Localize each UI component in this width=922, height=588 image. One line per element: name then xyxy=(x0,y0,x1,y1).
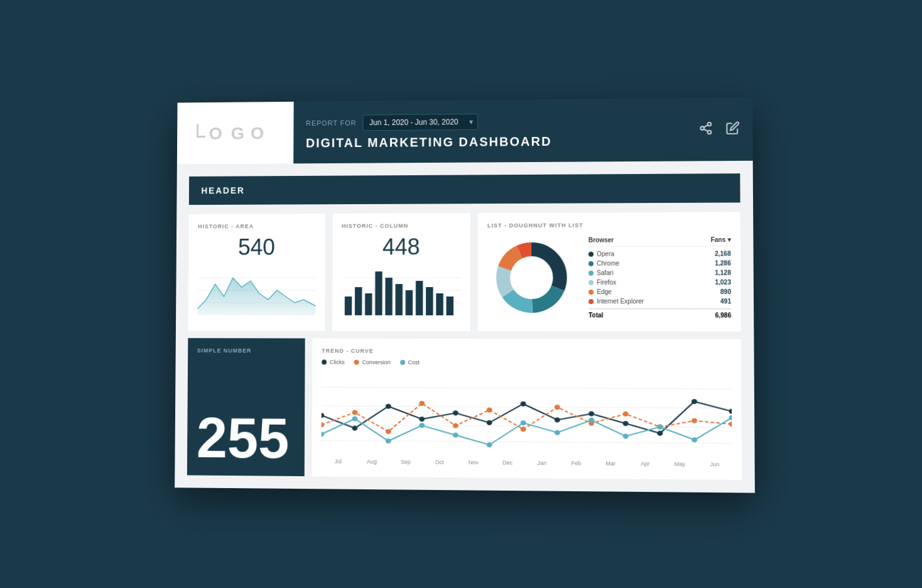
doughnut-label: LIST - DOUGHNUT WITH LIST xyxy=(487,221,730,228)
logo-svg: O G O xyxy=(195,120,275,145)
browser-value: 2,168 xyxy=(715,250,731,257)
svg-rect-0 xyxy=(197,124,198,138)
total-value: 6,986 xyxy=(715,312,732,318)
browser-dot xyxy=(588,261,594,266)
svg-point-65 xyxy=(352,416,358,421)
legend-label: Clicks xyxy=(330,359,345,365)
svg-text:G: G xyxy=(231,123,244,143)
svg-point-71 xyxy=(555,430,560,435)
trend-x-label: Nov xyxy=(457,459,491,466)
trend-x-label: Jan xyxy=(524,459,559,466)
trend-x-label: Sep xyxy=(389,459,423,465)
browser-name: Chrome xyxy=(588,259,665,266)
legend-label: Cost xyxy=(408,359,420,365)
trend-x-label: Mar xyxy=(594,460,628,467)
browser-row: Internet Explorer 491 xyxy=(588,297,731,306)
browser-dot xyxy=(588,280,594,285)
browser-value: 890 xyxy=(720,288,731,295)
browser-name: Edge xyxy=(588,288,665,295)
svg-rect-18 xyxy=(365,293,372,315)
svg-point-60 xyxy=(623,411,629,416)
svg-point-46 xyxy=(588,411,594,416)
browser-table: Browser Fans ▾ Opera 2,168 xyxy=(588,236,731,318)
doughnut-box: LIST - DOUGHNUT WITH LIST xyxy=(478,212,741,331)
svg-line-37 xyxy=(322,440,732,443)
svg-point-75 xyxy=(692,437,697,442)
logo-box: O G O xyxy=(177,101,294,164)
svg-point-72 xyxy=(588,417,594,422)
date-selector-wrap[interactable]: Jun 1, 2020 - Jun 30, 2020 ▾ xyxy=(362,113,477,130)
svg-point-56 xyxy=(487,407,492,412)
svg-line-34 xyxy=(322,387,732,389)
browser-dot xyxy=(588,289,594,294)
trend-x-label: Aug xyxy=(355,458,389,464)
browser-name: Opera xyxy=(588,250,665,257)
browser-rows: Opera 2,168 Chrome 1,286 Safari 1,128 Fi… xyxy=(588,249,731,306)
browser-name: Firefox xyxy=(588,278,665,285)
svg-text:O: O xyxy=(251,123,264,143)
browser-row: Chrome 1,286 xyxy=(588,258,731,268)
svg-rect-17 xyxy=(354,287,362,315)
browser-value: 1,023 xyxy=(715,278,731,285)
svg-rect-25 xyxy=(436,293,443,315)
trend-box: TREND - CURVE Clicks Conversion Cost xyxy=(312,338,742,479)
svg-point-51 xyxy=(322,422,325,427)
simple-number-label: SIMPLE NUMBER xyxy=(197,347,296,354)
svg-point-43 xyxy=(487,420,492,425)
page-wrapper: O G O REPORT FOR Jun 1, 2020 - Jun 30, 2… xyxy=(0,0,922,588)
browser-row: Edge 890 xyxy=(588,286,731,296)
svg-point-68 xyxy=(453,432,458,437)
column-chart xyxy=(342,265,461,315)
svg-point-5 xyxy=(708,122,712,126)
date-range-select[interactable]: Jun 1, 2020 - Jun 30, 2020 xyxy=(362,113,477,130)
svg-point-7 xyxy=(708,130,712,134)
trend-x-label: Dec xyxy=(491,459,524,466)
svg-point-66 xyxy=(386,438,391,443)
legend-label: Conversion xyxy=(362,359,390,365)
trend-x-label: Oct xyxy=(423,459,457,465)
share-icon[interactable] xyxy=(699,121,713,138)
historic-area-value: 540 xyxy=(198,234,316,260)
browser-name: Internet Explorer xyxy=(588,298,665,305)
svg-line-8 xyxy=(704,128,708,131)
historic-column-label: HISTORIC - COLUMN xyxy=(342,222,461,229)
section-header: HEADER xyxy=(189,173,740,205)
historic-column-value: 448 xyxy=(342,234,461,260)
svg-text:O: O xyxy=(209,123,222,143)
browser-dot xyxy=(588,251,594,256)
svg-point-45 xyxy=(555,417,560,422)
svg-rect-19 xyxy=(375,271,382,315)
browser-row: Safari 1,128 xyxy=(588,268,731,277)
browser-row: Opera 2,168 xyxy=(588,249,731,259)
browser-dot xyxy=(588,270,594,275)
trend-legend: Clicks Conversion Cost xyxy=(322,359,732,366)
header-right: REPORT FOR Jun 1, 2020 - Jun 30, 2020 ▾ … xyxy=(293,102,686,159)
doughnut-chart-area: Browser Fans ▾ Opera 2,168 xyxy=(487,232,731,322)
historic-area-box: HISTORIC - AREA 540 xyxy=(188,214,325,331)
svg-rect-20 xyxy=(385,278,393,315)
svg-point-63 xyxy=(729,422,732,427)
dashboard-title: DIGITAL MARKETING DASHBOARD xyxy=(306,133,673,150)
legend-item: Clicks xyxy=(322,359,345,365)
svg-rect-16 xyxy=(344,296,351,315)
top-bar: O G O REPORT FOR Jun 1, 2020 - Jun 30, 2… xyxy=(177,97,753,164)
edit-icon[interactable] xyxy=(725,121,740,138)
historic-column-box: HISTORIC - COLUMN 448 xyxy=(332,213,470,331)
svg-point-67 xyxy=(419,423,425,428)
top-bar-actions xyxy=(686,120,752,138)
svg-point-58 xyxy=(555,405,560,410)
fans-col-header: Fans ▾ xyxy=(710,236,730,242)
trend-x-label: Apr xyxy=(628,460,663,467)
browser-table-header: Browser Fans ▾ xyxy=(588,236,731,246)
trend-x-label: Jul xyxy=(322,458,355,464)
svg-point-44 xyxy=(521,401,526,406)
svg-point-74 xyxy=(657,424,663,429)
trend-x-label: May xyxy=(663,460,697,467)
svg-rect-26 xyxy=(446,296,453,315)
browser-value: 1,286 xyxy=(715,259,731,266)
doughnut-chart-svg xyxy=(487,233,576,322)
browser-row: Firefox 1,023 xyxy=(588,277,731,286)
browser-value: 1,128 xyxy=(715,269,731,276)
svg-point-50 xyxy=(729,408,732,413)
sort-icon: ▾ xyxy=(727,236,730,242)
